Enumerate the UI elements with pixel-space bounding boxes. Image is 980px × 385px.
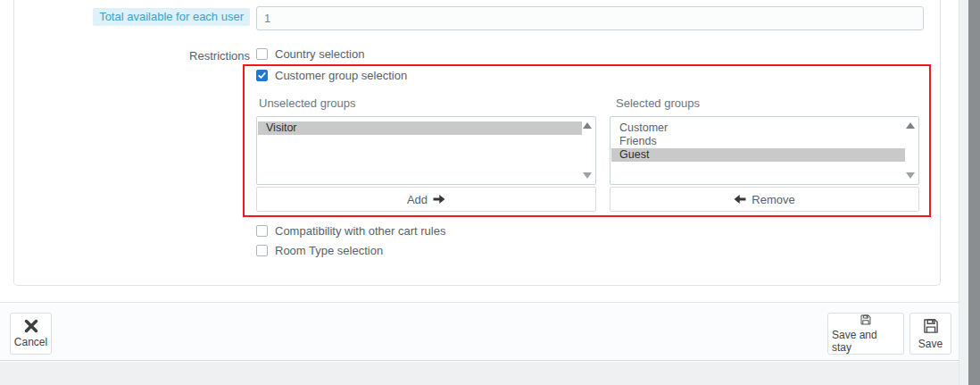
checkbox-label: Compatibility with other cart rules: [275, 224, 445, 238]
checkbox-label: Room Type selection: [275, 244, 383, 257]
form-footer-bar: [0, 302, 959, 361]
unselected-groups-label: Unselected groups: [259, 96, 355, 110]
cancel-button-label: Cancel: [14, 336, 47, 348]
remove-button[interactable]: Remove: [610, 187, 919, 212]
list-item[interactable]: Visitor: [258, 121, 582, 135]
list-item[interactable]: Guest: [611, 148, 905, 162]
triangle-up-icon[interactable]: [906, 122, 915, 129]
checkbox-customer-group-selection[interactable]: Customer group selection: [256, 69, 407, 82]
save-button[interactable]: Save: [909, 313, 951, 355]
checkbox-compatibility-cart-rules[interactable]: Compatibility with other cart rules: [256, 224, 445, 238]
x-icon: [24, 319, 38, 333]
floppy-disk-icon: [857, 314, 875, 326]
restrictions-label: Restrictions: [0, 49, 250, 63]
selected-groups-label: Selected groups: [616, 96, 700, 110]
remove-button-label: Remove: [752, 193, 794, 206]
triangle-down-icon[interactable]: [906, 172, 915, 179]
save-button-label: Save: [918, 338, 943, 350]
save-and-stay-button[interactable]: Save and stay: [827, 313, 904, 355]
selected-groups-listbox[interactable]: Customer Friends Guest: [610, 116, 919, 185]
checkbox-country-selection[interactable]: Country selection: [256, 47, 364, 61]
triangle-down-icon[interactable]: [583, 172, 592, 179]
cart-rule-conditions-screen: Total available for each user Restrictio…: [0, 0, 980, 385]
list-item[interactable]: Friends: [611, 135, 905, 148]
unselected-groups-listbox[interactable]: Visitor: [256, 116, 596, 185]
floppy-disk-icon: [922, 317, 940, 335]
checkbox-checked-icon[interactable]: [256, 70, 268, 81]
checkbox-label: Customer group selection: [275, 69, 407, 82]
total-available-label: Total available for each user: [93, 8, 250, 26]
add-button[interactable]: Add: [256, 187, 596, 212]
vertical-scrollbar-thumb[interactable]: [968, 0, 980, 385]
checkbox-icon[interactable]: [256, 225, 268, 237]
save-and-stay-button-label: Save and stay: [832, 329, 900, 354]
checkbox-room-type-selection[interactable]: Room Type selection: [256, 244, 383, 257]
list-item[interactable]: Customer: [611, 121, 905, 135]
checkbox-icon[interactable]: [256, 48, 268, 60]
checkbox-label: Country selection: [275, 47, 364, 61]
add-button-label: Add: [407, 193, 428, 206]
arrow-right-icon: [433, 194, 445, 205]
cancel-button[interactable]: Cancel: [10, 313, 52, 355]
total-available-input[interactable]: [256, 6, 924, 30]
vertical-scrollbar-track[interactable]: [959, 0, 980, 385]
page-background-strip: [0, 362, 959, 385]
checkbox-icon[interactable]: [256, 245, 268, 256]
total-available-label-wrap: Total available for each user: [0, 8, 250, 26]
triangle-up-icon[interactable]: [583, 122, 592, 129]
arrow-left-icon: [734, 194, 746, 205]
